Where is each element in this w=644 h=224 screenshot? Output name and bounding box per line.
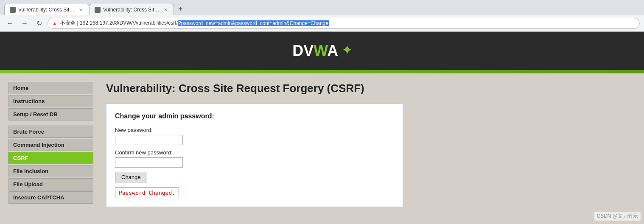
sidebar-item-setup[interactable]: Setup / Reset DB <box>8 108 93 120</box>
dvwa-logo-highlight: W <box>314 42 327 59</box>
sidebar-item-insecure-captcha[interactable]: Insecure CAPTCHA <box>8 191 93 204</box>
page: DVWA ✦ Home Instructions Setup / Reset D… <box>0 32 644 224</box>
watermark: CSDN @文刀竹示 <box>594 212 641 221</box>
dvwa-header: DVWA ✦ <box>0 32 644 70</box>
new-password-input[interactable] <box>115 135 183 145</box>
tab-title-2: Vulnerability: Cross Site Reque... <box>103 7 160 13</box>
nav-bar: ← → ↻ ▲ 不安全 | 192.168.197.208/DVWA/vulne… <box>0 15 644 31</box>
main-content: Vulnerability: Cross Site Request Forger… <box>93 73 644 224</box>
green-bar <box>0 70 644 73</box>
tab-bar: Vulnerability: Cross Site Reque... ✕ Vul… <box>0 0 644 15</box>
tab-1[interactable]: Vulnerability: Cross Site Reque... ✕ <box>4 4 89 15</box>
form-box: Change your admin password: New password… <box>106 104 403 207</box>
sidebar-item-command-injection[interactable]: Command Injection <box>8 139 93 151</box>
sidebar-item-instructions[interactable]: Instructions <box>8 95 93 107</box>
tab-title-1: Vulnerability: Cross Site Reque... <box>18 7 76 13</box>
address-selected: ?password_new=admin&password_conf=admin&… <box>178 20 329 26</box>
dvwa-logo: DVWA ✦ <box>292 42 352 60</box>
content-area: Home Instructions Setup / Reset DB Brute… <box>0 73 644 224</box>
success-message-text: Password Changed. <box>115 188 179 198</box>
sidebar-group-top: Home Instructions Setup / Reset DB <box>8 82 93 120</box>
address-bar[interactable]: ▲ 不安全 | 192.168.197.208/DVWA/vulnerabili… <box>48 18 640 29</box>
tab-favicon-2 <box>95 7 101 13</box>
new-tab-button[interactable]: + <box>174 3 187 15</box>
sidebar-item-home[interactable]: Home <box>8 82 93 94</box>
sidebar-group-vuln: Brute Force Command Injection CSRF File … <box>8 126 93 204</box>
confirm-password-label: Confirm new password: <box>115 149 394 156</box>
sidebar-item-brute-force[interactable]: Brute Force <box>8 126 93 138</box>
success-message: Password Changed. <box>115 188 394 198</box>
reload-button[interactable]: ↻ <box>33 17 45 29</box>
address-prefix: 不安全 | 192.168.197.208/DVWA/vulnerabiliti… <box>59 20 178 27</box>
form-heading: Change your admin password: <box>115 112 394 120</box>
change-button[interactable]: Change <box>115 172 147 182</box>
back-button[interactable]: ← <box>4 17 16 29</box>
sidebar-item-file-inclusion[interactable]: File Inclusion <box>8 165 93 177</box>
tab-2[interactable]: Vulnerability: Cross Site Reque... ✕ <box>89 4 174 15</box>
sidebar: Home Instructions Setup / Reset DB Brute… <box>0 73 93 224</box>
page-title: Vulnerability: Cross Site Request Forger… <box>106 82 631 95</box>
browser-chrome: Vulnerability: Cross Site Reque... ✕ Vul… <box>0 0 644 32</box>
tab-close-1[interactable]: ✕ <box>78 7 84 13</box>
forward-button[interactable]: → <box>19 17 31 29</box>
warning-icon: ▲ <box>52 20 57 26</box>
tab-close-2[interactable]: ✕ <box>163 7 168 13</box>
confirm-password-input[interactable] <box>115 157 183 168</box>
sidebar-item-csrf[interactable]: CSRF <box>8 152 93 164</box>
sidebar-item-file-upload[interactable]: File Upload <box>8 178 93 190</box>
tab-favicon-1 <box>10 7 16 13</box>
new-password-label: New password: <box>115 127 394 133</box>
